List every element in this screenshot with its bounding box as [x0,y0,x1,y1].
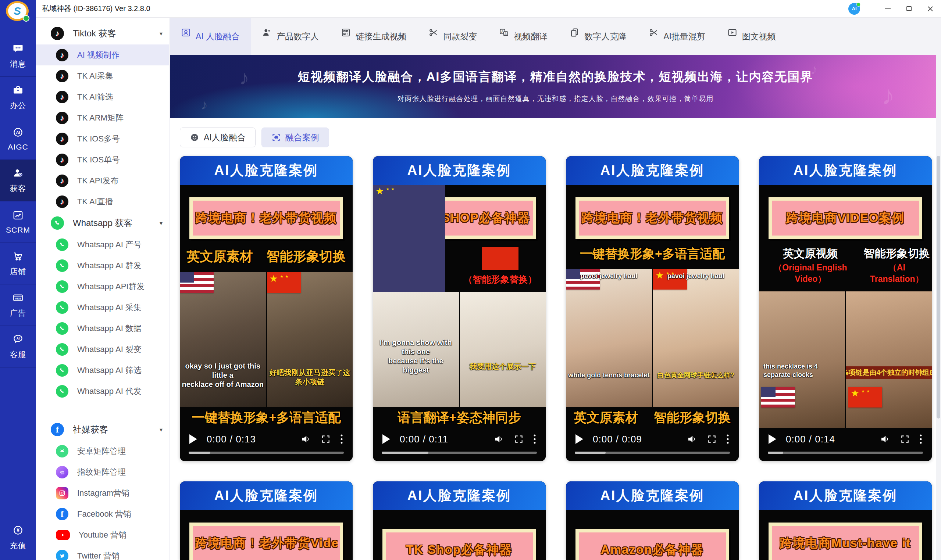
sidebar-item-facebook[interactable]: f Facebook 营销 [36,503,169,525]
sidebar-item-ai-video[interactable]: ♪ AI 视频制作 [36,45,169,65]
rail-item-shop[interactable]: 店铺 [0,243,36,285]
sidebar-item-tk-ai-live[interactable]: ♪ TK AI直播 [36,191,169,212]
tab-ai-batch-cut[interactable]: AI批量混剪 [638,18,716,55]
video-progress[interactable] [382,452,537,454]
fusion-cases-button[interactable]: 融合案例 [261,128,329,147]
case-card[interactable]: AI人脸克隆案例 跨境电商VIDEO案例 英文原视频 （Original Eng… [759,156,932,461]
sidebar-group-social[interactable]: f 社媒获客 ▾ [36,418,169,441]
maximize-button[interactable] [898,0,920,18]
more-options-icon[interactable] [726,434,729,445]
tab-image-text-video[interactable]: 图文视频 [716,18,787,55]
youtube-icon [56,530,70,540]
sidebar-item-label: TK API发布 [77,175,119,186]
video-preview[interactable]: pavoi jewelry haul white gold tennis bra… [566,269,739,407]
more-options-icon[interactable] [919,434,922,445]
sidebar-item-wa-broadcast[interactable]: Whatsapp AI 群发 [36,255,169,276]
case-card[interactable]: AI人脸克隆案例 跨境电商！老外带货视频 一键替换形象+多语言适配 pavoi … [566,156,739,461]
close-button[interactable] [920,0,941,18]
fingerprint-icon [56,466,68,478]
sidebar-item-twitter[interactable]: Twitter 营销 [36,545,169,560]
sidebar-item-wa-api-broadcast[interactable]: Whatsapp API群发 [36,276,169,297]
case-card[interactable]: AI人脸克隆案例 跨境电商！老外带货视频 英文原素材 智能形象切换 okay s… [180,156,353,461]
case-card[interactable]: AI人脸克隆案例 跨境电商Must-have it [759,482,932,560]
card-header: AI人脸克隆案例 [759,156,932,185]
rail-item-acquisition[interactable]: 获客 [0,160,36,202]
video-preview[interactable]: okay so I just got this little a necklac… [180,272,353,407]
tab-label: 产品数字人 [276,31,319,42]
play-button[interactable] [768,434,776,444]
tab-face-fusion[interactable]: AI 人脸融合 [170,18,251,55]
facebook-icon: f [51,423,64,436]
sidebar-group-tiktok[interactable]: ♪ Tiktok 获客 ▾ [36,22,169,45]
sidebar-item-instagram[interactable]: Instagram营销 [36,483,169,503]
whatsapp-icon [56,280,68,293]
video-preview[interactable]: this necklace is 4 separate clocks 这条项链是… [759,291,932,428]
rail-item-office[interactable]: 办公 [0,77,36,118]
case-card-grid: AI人脸克隆案例 跨境电商！老外带货视频 英文原素材 智能形象切换 okay s… [180,156,941,461]
card-banner: 跨境电商Must-have it [768,523,922,560]
more-options-icon[interactable] [533,434,536,445]
rail-item-messages[interactable]: 消息 [0,35,36,77]
tab-video-translate[interactable]: A文 视频翻译 [488,18,558,55]
fullscreen-icon[interactable] [707,434,717,444]
left-rail: S 消息 办公 AI AIGC [0,0,36,560]
tab-product-avatar[interactable]: 产品数字人 [251,18,330,55]
volume-icon[interactable] [494,434,504,445]
assistant-avatar[interactable]: AI [848,3,860,15]
play-button[interactable] [575,434,583,444]
close-icon [927,6,933,12]
sidebar-item-youtube[interactable]: Youtube 营销 [36,525,169,545]
scrollbar-thumb[interactable] [936,156,940,418]
sidebar-item-fingerprint-matrix[interactable]: 指纹矩阵管理 [36,462,169,483]
video-progress[interactable] [189,452,344,454]
case-card[interactable]: AI人脸克隆案例 Amazon必备神器 [566,482,739,560]
tiktok-icon: ♪ [56,154,68,166]
case-card[interactable]: AI人脸克隆案例 TK Shop必备神器 [373,482,546,560]
minimize-button[interactable] [877,0,898,18]
volume-icon[interactable] [686,434,697,445]
sidebar-item-wa-fission[interactable]: Whatsapp AI 裂变 [36,339,169,360]
sidebar-item-wa-collect[interactable]: Whatsapp AI 采集 [36,297,169,318]
fullscreen-icon[interactable] [514,434,524,444]
sidebar-item-tk-ios-single[interactable]: ♪ TK IOS单号 [36,149,169,170]
svg-text:¥: ¥ [17,528,20,533]
tab-same-style-fission[interactable]: 同款裂变 [417,18,488,55]
tab-avatar-clone[interactable]: 数字人克隆 [558,18,638,55]
fullscreen-icon[interactable] [900,434,910,444]
sidebar-item-wa-data[interactable]: Whatsapp AI 数据 [36,318,169,339]
rail-item-service[interactable]: AI 客服 [0,326,36,368]
more-options-icon[interactable] [340,434,343,445]
video-progress[interactable] [575,452,730,454]
sidebar-item-wa-accounts[interactable]: Whatsapp AI 产号 [36,234,169,255]
sidebar-item-tk-arm-matrix[interactable]: ♪ TK ARM矩阵 [36,107,169,128]
video-progress[interactable] [768,452,923,454]
sidebar-item-tk-ai-filter[interactable]: ♪ TK AI筛选 [36,86,169,107]
tab-link-to-video[interactable]: 链接生成视频 [330,18,417,55]
rail-item-aigc[interactable]: AI AIGC [0,118,36,160]
play-button[interactable] [190,434,197,444]
face-fusion-button[interactable]: AI人脸融合 [180,128,256,147]
play-button[interactable] [383,434,390,444]
sidebar-item-wa-filter[interactable]: Whatsapp AI 筛选 [36,360,169,381]
tab-label: 链接生成视频 [356,31,406,42]
video-controls: 0:00 / 0:09 [566,428,739,450]
case-card[interactable]: AI人脸克隆案例 跨境电商！老外带货Video [180,482,353,560]
sidebar-item-android-matrix[interactable]: 安卓矩阵管理 [36,441,169,462]
rail-item-scrm[interactable]: SCRM [0,202,36,243]
chevron-down-icon: ▾ [160,30,162,37]
sidebar-group-whatsapp[interactable]: Whatsapp 获客 ▾ [36,212,169,234]
volume-icon[interactable] [301,434,312,445]
sidebar-item-wa-proxy-send[interactable]: Whatsapp AI 代发 [36,381,169,402]
sidebar-item-tk-ai-collect[interactable]: ♪ TK AI采集 [36,65,169,86]
video-preview[interactable]: I'm gonna show with this one because it'… [373,292,546,407]
fullscreen-icon[interactable] [321,434,330,444]
rail-item-ads[interactable]: ADS 广告 [0,285,36,326]
volume-icon[interactable] [879,434,891,445]
subtitle-original: okay so I just got this little a necklac… [181,362,264,389]
case-card[interactable]: AI人脸克隆案例 TIKTOK SHOP必备神器 （国外原素材） （智能形象替换… [373,156,546,461]
vertical-scrollbar[interactable] [936,55,941,560]
rail-item-recharge[interactable]: ¥ 充值 [0,517,36,558]
tab-label: 图文视频 [742,31,776,42]
sidebar-item-tk-ios-multi[interactable]: ♪ TK IOS多号 [36,128,169,149]
sidebar-item-tk-api-publish[interactable]: ♪ TK API发布 [36,170,169,191]
